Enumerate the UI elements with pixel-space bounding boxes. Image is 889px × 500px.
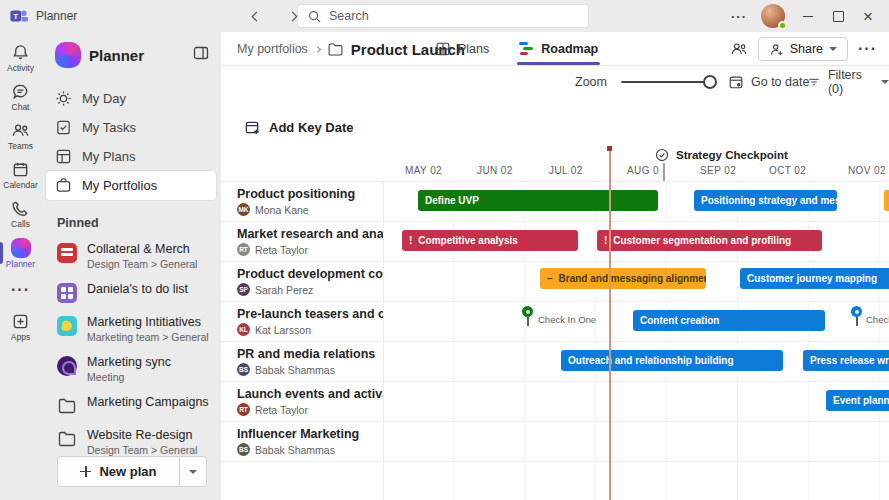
pinned-item-marketing-sync[interactable]: Marketing sync Meeting [41, 349, 221, 389]
milestone-dot-icon [851, 306, 862, 317]
pinned-item-marketing-campaigns[interactable]: Marketing Campaigns [41, 389, 221, 422]
new-plan-button[interactable]: New plan [57, 456, 207, 487]
folder-icon [57, 429, 77, 449]
gantt-bar[interactable]: Competitive analysis [402, 230, 578, 251]
milestone-label: Check In One [538, 314, 596, 325]
sidebar-item-my-plans[interactable]: My Plans [46, 142, 216, 171]
calendar-icon [11, 160, 30, 179]
milestone-dot-icon [522, 306, 533, 317]
timeline-month: JUN 02 [477, 165, 513, 176]
chat-icon [11, 82, 30, 101]
timeline-month: AUG 0 [627, 165, 659, 176]
grid-icon [435, 41, 451, 57]
milestone-stem [856, 317, 858, 326]
zoom-slider[interactable] [621, 75, 717, 89]
person-add-icon [769, 42, 784, 57]
milestone-pin[interactable] [522, 306, 533, 326]
plans-icon [55, 148, 72, 165]
tab-plans[interactable]: Plans [433, 32, 491, 66]
plan-icon [57, 243, 77, 263]
view-tabs: Plans Roadmap [433, 32, 600, 66]
checkpoint-check-icon [655, 148, 669, 162]
titlebar-more-button[interactable] [725, 9, 753, 24]
search-input[interactable]: Search [297, 4, 589, 28]
breadcrumb: My portfolios Product Launch [237, 32, 465, 66]
gantt-bar[interactable]: Press release writing [803, 350, 889, 371]
collapse-sidebar-button[interactable] [193, 45, 209, 65]
roadmap-toolbar: Zoom Go to date Filters (0) [221, 66, 889, 97]
milestone-label: Check In [866, 314, 889, 325]
chevron-down-icon [829, 47, 837, 51]
apps-plus-icon [11, 312, 30, 331]
chevron-down-icon [881, 80, 889, 84]
portfolio-folder-icon [327, 41, 344, 58]
plan-more-button[interactable] [858, 40, 877, 58]
gantt-bar[interactable]: Customer journey mapping [740, 268, 889, 289]
calendar-today-icon [728, 74, 744, 90]
sun-icon [55, 90, 72, 107]
sidebar-item-my-tasks[interactable]: My Tasks [46, 113, 216, 142]
pinned-item-marketing-initiatives[interactable]: Marketing Intitiatives Marketing team > … [41, 309, 221, 349]
roadmap-icon [519, 42, 534, 56]
gantt-bar[interactable]: Customer segmentation and profiling [597, 230, 822, 251]
plus-icon [80, 466, 91, 477]
sidebar-app-title: Planner [89, 47, 185, 64]
teams-people-icon [11, 121, 30, 140]
key-date-strategy-checkpoint[interactable]: Strategy Checkpoint [655, 148, 788, 162]
milestone-pin[interactable] [851, 306, 862, 326]
minimize-button[interactable] [793, 0, 823, 32]
gantt-bar[interactable]: Brand and messaging alignment [540, 268, 706, 289]
sidebar-item-my-day[interactable]: My Day [46, 84, 216, 113]
rail-more-apps-button[interactable] [11, 273, 30, 307]
app-rail: Activity Chat Teams Calendar Calls Plann… [0, 32, 41, 500]
back-button[interactable] [246, 6, 266, 26]
close-button[interactable] [853, 0, 883, 32]
pinned-item-collateral-merch[interactable]: Collateral & Merch Design Team > General [41, 236, 221, 276]
search-icon [308, 10, 321, 23]
breadcrumb-my-portfolios[interactable]: My portfolios [237, 42, 308, 56]
gantt-bar[interactable]: Event planning [826, 390, 889, 411]
timeline-month: MAY 02 [405, 165, 442, 176]
timeline-month: NOV 02 [848, 165, 886, 176]
members-icon[interactable] [730, 40, 748, 58]
add-key-date-button[interactable]: Add Key Date [244, 119, 354, 136]
milestone-stem [527, 317, 529, 326]
search-placeholder: Search [329, 9, 369, 23]
rail-item-planner[interactable]: Planner [0, 233, 41, 273]
pinned-section-header: Pinned [57, 216, 221, 230]
rail-item-activity[interactable]: Activity [0, 38, 41, 77]
svg-text:T: T [13, 12, 18, 21]
sidebar-item-my-portfolios[interactable]: My Portfolios [46, 171, 216, 200]
chevron-right-icon [314, 45, 321, 52]
window-title: Planner [36, 9, 77, 23]
plan-icon [57, 316, 77, 336]
pinned-item-danielas-list[interactable]: Daniela's to do list [41, 276, 221, 309]
planner-logo-icon [55, 42, 81, 68]
rail-item-chat[interactable]: Chat [0, 77, 41, 116]
filter-icon [807, 74, 821, 90]
rail-item-apps[interactable]: Apps [0, 307, 41, 346]
rail-item-teams[interactable]: Teams [0, 116, 41, 155]
filters-button[interactable]: Filters (0) [807, 66, 889, 97]
portfolio-icon [55, 177, 72, 194]
gantt-bar[interactable]: Positioning strategy and mess... [694, 190, 837, 211]
rail-item-calls[interactable]: Calls [0, 194, 41, 233]
tab-roadmap[interactable]: Roadmap [517, 32, 600, 66]
go-to-date-button[interactable]: Go to date [728, 66, 809, 97]
chevron-down-icon [189, 470, 197, 474]
todo-list-icon [57, 283, 77, 303]
gantt-bar[interactable]: Outreach and relationship building [561, 350, 783, 371]
avatar: BS [237, 363, 250, 376]
zoom-slider-knob[interactable] [703, 75, 717, 89]
teams-logo-icon: T [9, 7, 28, 25]
maximize-button[interactable] [823, 0, 853, 32]
new-plan-dropdown-button[interactable] [179, 457, 206, 486]
share-button[interactable]: Share [758, 37, 848, 61]
gantt-bar[interactable]: Define UVP [418, 190, 658, 211]
gantt-bar[interactable] [884, 190, 889, 211]
profile-avatar[interactable] [761, 4, 785, 28]
rail-item-calendar[interactable]: Calendar [0, 155, 41, 194]
timeline-month: JUL 02 [549, 165, 583, 176]
gantt-bar[interactable]: Content creation [633, 310, 825, 331]
timeline-month: SEP 02 [700, 165, 736, 176]
